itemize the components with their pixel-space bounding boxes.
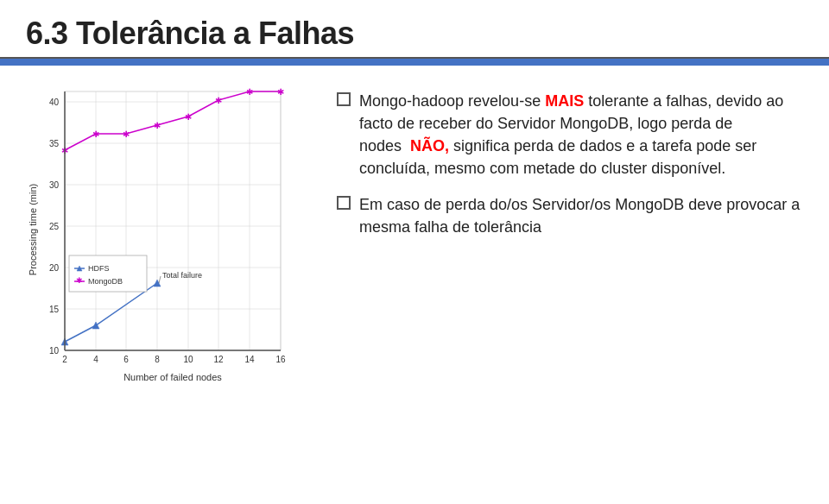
svg-text:Processing time (min): Processing time (min) [28, 184, 38, 275]
svg-text:25: 25 [49, 222, 60, 231]
svg-text:✱: ✱ [154, 121, 161, 130]
svg-text:35: 35 [49, 139, 60, 148]
chart-container: 10 15 20 25 30 35 40 2 4 6 8 10 12 14 16… [26, 83, 302, 419]
accent-bar [0, 59, 829, 66]
svg-text:✱: ✱ [123, 129, 130, 139]
svg-text:16: 16 [275, 355, 286, 364]
svg-text:14: 14 [244, 355, 255, 364]
svg-text:Number of failed nodes: Number of failed nodes [123, 372, 222, 382]
svg-text:✱: ✱ [76, 276, 83, 285]
svg-text:Total failure: Total failure [162, 271, 202, 280]
page-header: 6.3 Tolerância a Falhas [0, 0, 829, 59]
page-title: 6.3 Tolerância a Falhas [26, 16, 803, 52]
bullet-icon-2 [337, 196, 351, 210]
svg-text:✱: ✱ [92, 129, 99, 139]
svg-text:✱: ✱ [246, 87, 253, 97]
svg-text:2: 2 [62, 355, 67, 364]
svg-text:✱: ✱ [277, 87, 284, 97]
svg-text:12: 12 [213, 355, 224, 364]
chart-area: 10 15 20 25 30 35 40 2 4 6 8 10 12 14 16… [17, 83, 311, 501]
svg-text:20: 20 [49, 263, 60, 273]
svg-text:15: 15 [49, 305, 60, 314]
svg-rect-46 [69, 255, 147, 292]
highlight-mais: MAIS [545, 92, 584, 110]
bullet-icon-1 [337, 92, 351, 106]
svg-text:10: 10 [49, 346, 60, 356]
bullet-text-2: Em caso de perda do/os Servidor/os Mongo… [359, 193, 803, 238]
svg-text:6: 6 [123, 355, 129, 364]
svg-text:8: 8 [155, 355, 160, 364]
svg-text:30: 30 [49, 180, 60, 190]
text-area: Mongo-hadoop revelou-se MAIS tolerante a… [328, 83, 812, 501]
svg-text:4: 4 [93, 355, 98, 364]
bullet-text-1: Mongo-hadoop revelou-se MAIS tolerante a… [359, 90, 803, 180]
bullet-item-1: Mongo-hadoop revelou-se MAIS tolerante a… [337, 90, 803, 180]
chart-svg: 10 15 20 25 30 35 40 2 4 6 8 10 12 14 16… [26, 83, 302, 419]
svg-text:40: 40 [49, 98, 60, 107]
svg-text:10: 10 [183, 355, 193, 364]
highlight-nao: NÃO, [410, 137, 449, 154]
main-content: 10 15 20 25 30 35 40 2 4 6 8 10 12 14 16… [0, 74, 829, 504]
svg-text:HDFS: HDFS [88, 264, 110, 273]
svg-text:MongoDB: MongoDB [88, 277, 123, 286]
bullet-item-2: Em caso de perda do/os Servidor/os Mongo… [337, 193, 803, 238]
svg-text:✱: ✱ [185, 112, 192, 122]
svg-text:✱: ✱ [215, 96, 222, 105]
